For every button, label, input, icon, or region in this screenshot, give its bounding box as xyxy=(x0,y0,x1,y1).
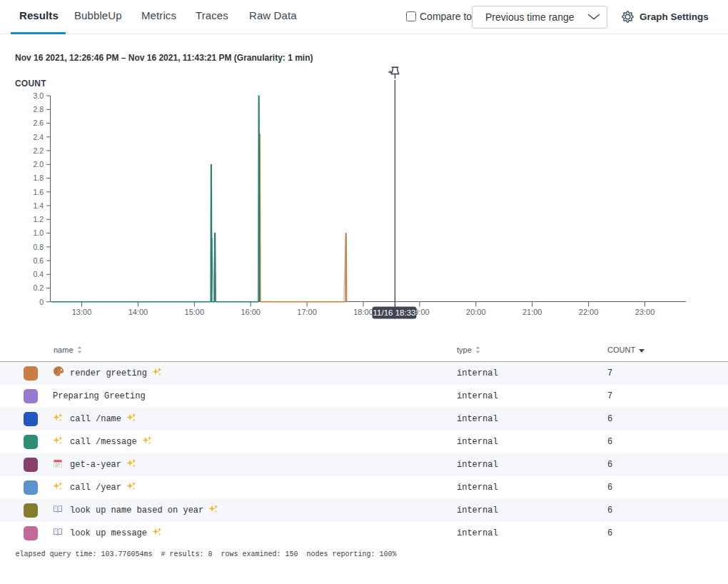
svg-text:2.6: 2.6 xyxy=(33,119,44,127)
svg-text:20:00: 20:00 xyxy=(466,308,486,316)
svg-text:1.2: 1.2 xyxy=(33,215,44,223)
svg-text:0.8: 0.8 xyxy=(33,243,44,251)
svg-text:0.2: 0.2 xyxy=(33,283,44,292)
svg-text:18:00: 18:00 xyxy=(353,308,373,316)
svg-text:11/16 18:33: 11/16 18:33 xyxy=(373,308,416,317)
svg-text:13:00: 13:00 xyxy=(72,308,92,316)
svg-text:3.0: 3.0 xyxy=(33,91,44,100)
svg-text:23:00: 23:00 xyxy=(635,308,655,316)
svg-text:2.8: 2.8 xyxy=(33,105,44,114)
svg-text:0.6: 0.6 xyxy=(33,256,44,265)
svg-text:1.0: 1.0 xyxy=(33,228,44,237)
svg-text:0.4: 0.4 xyxy=(33,270,44,278)
svg-text:22:00: 22:00 xyxy=(579,308,599,316)
svg-text:1.6: 1.6 xyxy=(33,188,44,196)
svg-text:2.4: 2.4 xyxy=(33,133,44,141)
svg-text:2.2: 2.2 xyxy=(33,146,44,155)
svg-text:1.8: 1.8 xyxy=(33,173,44,182)
svg-text:2.0: 2.0 xyxy=(33,160,44,168)
svg-text:16:00: 16:00 xyxy=(241,308,261,316)
svg-text:21:00: 21:00 xyxy=(522,308,542,316)
svg-text:0: 0 xyxy=(39,298,44,306)
svg-text:17:00: 17:00 xyxy=(297,308,317,316)
svg-text:1.4: 1.4 xyxy=(33,201,44,210)
svg-text:15:00: 15:00 xyxy=(185,308,205,316)
svg-text:14:00: 14:00 xyxy=(128,308,148,316)
